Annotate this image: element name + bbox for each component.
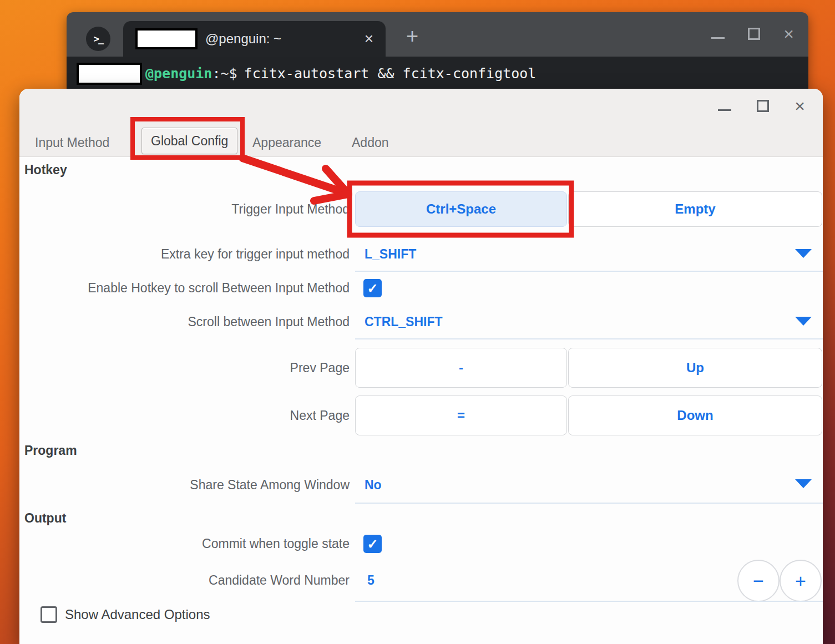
show-advanced-label: Show Advanced Options	[65, 605, 210, 624]
extra-key-label: Extra key for trigger input method	[19, 236, 350, 272]
fcitx-config-window: × Input Method Global Config Appearance …	[19, 89, 823, 644]
config-header: × Input Method Global Config Appearance …	[19, 89, 823, 157]
minimize-icon[interactable]	[718, 109, 731, 111]
maximize-icon[interactable]	[748, 28, 760, 40]
chevron-down-icon[interactable]	[795, 317, 812, 326]
tab-input-method[interactable]: Input Method	[35, 135, 109, 150]
section-output: Output	[24, 511, 66, 526]
config-window-controls: ×	[718, 99, 805, 113]
config-content: Hotkey Trigger Input Method Ctrl+Space E…	[19, 157, 823, 643]
share-state-label: Share State Among Window	[19, 467, 350, 503]
candidate-number-value: 5	[367, 562, 375, 598]
prompt-symbol: $	[229, 65, 237, 82]
redacted-username-box	[135, 28, 198, 49]
chevron-down-icon[interactable]	[795, 249, 812, 258]
commit-toggle-checkbox[interactable]: ✓	[363, 535, 382, 553]
prompt-user-host: @penguin	[145, 65, 212, 82]
terminal-titlebar: >_ @penguin: ~ × + ×	[67, 12, 808, 57]
enable-scroll-label: Enable Hotkey to scroll Between Input Me…	[19, 270, 350, 306]
terminal-body: @penguin : ~ $ fcitx-autostart && fcitx-…	[67, 57, 808, 90]
terminal-window-controls: ×	[711, 27, 794, 41]
trigger-key-empty-button[interactable]: Empty	[568, 191, 822, 227]
new-tab-icon[interactable]: +	[406, 24, 418, 48]
share-state-dropdown[interactable]: No	[365, 467, 382, 503]
candidate-number-label: Candidate Word Number	[19, 562, 350, 598]
next-page-key2-button[interactable]: Down	[568, 395, 822, 435]
check-icon: ✓	[367, 281, 378, 296]
terminal-tab-title: @penguin: ~	[205, 31, 281, 47]
next-page-key1-button[interactable]: =	[355, 395, 567, 435]
trigger-key-button[interactable]: Ctrl+Space	[355, 191, 567, 227]
field-underline	[355, 271, 823, 272]
field-underline	[355, 601, 823, 602]
scroll-between-label: Scroll between Input Method	[19, 304, 350, 339]
prev-page-label: Prev Page	[19, 350, 350, 386]
extra-key-dropdown[interactable]: L_SHIFT	[365, 236, 416, 272]
scroll-between-dropdown[interactable]: CTRL_SHIFT	[365, 304, 443, 339]
terminal-window: >_ @penguin: ~ × + × @penguin : ~ $ fcit…	[67, 12, 808, 90]
next-page-label: Next Page	[19, 398, 350, 433]
chevron-down-icon[interactable]	[795, 479, 812, 488]
prompt-separator: :	[212, 65, 220, 82]
prev-page-key1-button[interactable]: -	[355, 348, 567, 388]
tab-close-icon[interactable]: ×	[365, 31, 373, 47]
minimize-icon[interactable]	[711, 37, 725, 39]
section-hotkey: Hotkey	[24, 163, 67, 178]
section-program: Program	[24, 443, 77, 458]
tab-addon[interactable]: Addon	[352, 135, 389, 150]
prev-page-key2-button[interactable]: Up	[568, 348, 822, 388]
field-underline	[355, 338, 823, 339]
terminal-tab[interactable]: @penguin: ~ ×	[123, 21, 386, 57]
show-advanced-checkbox[interactable]	[41, 606, 57, 623]
decrease-button[interactable]: −	[737, 560, 780, 602]
field-underline	[355, 503, 823, 504]
maximize-icon[interactable]	[757, 100, 769, 112]
check-icon: ✓	[367, 536, 378, 552]
enable-scroll-checkbox[interactable]: ✓	[363, 279, 382, 297]
prompt-path: ~	[220, 65, 229, 82]
tab-appearance[interactable]: Appearance	[252, 135, 321, 150]
increase-button[interactable]: +	[780, 560, 822, 602]
redacted-prompt-box	[77, 63, 142, 85]
close-icon[interactable]: ×	[783, 27, 794, 41]
terminal-command: fcitx-autostart && fcitx-configtool	[244, 65, 537, 82]
tab-global-config[interactable]: Global Config	[141, 128, 237, 154]
close-icon[interactable]: ×	[794, 99, 805, 113]
terminal-app-icon: >_	[86, 27, 110, 51]
trigger-input-method-label: Trigger Input Method	[19, 191, 350, 227]
commit-toggle-label: Commit when toggle state	[19, 526, 350, 561]
